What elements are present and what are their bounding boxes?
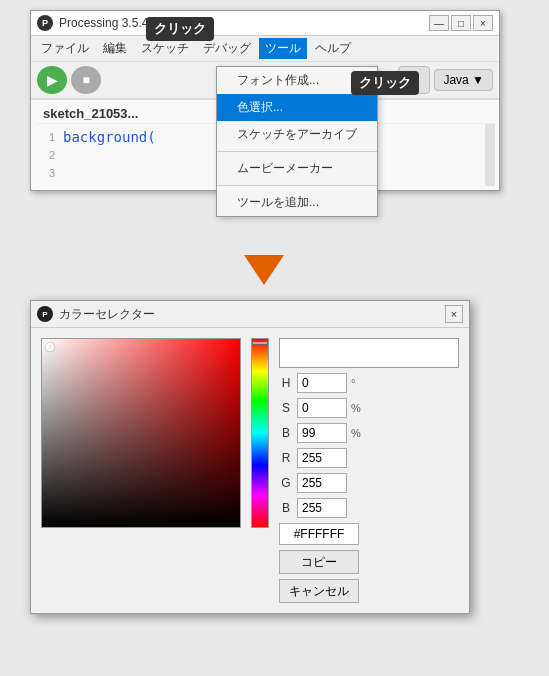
hex-input[interactable] xyxy=(279,523,359,545)
unit-H: ° xyxy=(351,377,355,389)
click-annotation-right: クリック xyxy=(351,71,419,95)
arrow-down-shape xyxy=(244,255,284,285)
dialog-close-button[interactable]: × xyxy=(445,305,463,323)
stop-icon: ■ xyxy=(82,73,89,87)
input-H[interactable] xyxy=(297,373,347,393)
right-panel: H ° S % B % R G xyxy=(279,338,459,603)
minimize-button[interactable]: — xyxy=(429,15,449,31)
color-gradient[interactable] xyxy=(41,338,241,528)
input-B[interactable] xyxy=(297,423,347,443)
field-row-B2: B xyxy=(279,498,459,518)
field-row-cancel: キャンセル xyxy=(279,579,459,603)
menu-file[interactable]: ファイル xyxy=(35,38,95,59)
input-B2[interactable] xyxy=(297,498,347,518)
menu-bar: ファイル 編集 スケッチ デバッグ ツール ヘルプ xyxy=(31,36,499,62)
menu-help[interactable]: ヘルプ xyxy=(309,38,357,59)
menu-archive-sketch[interactable]: スケッチをアーカイブ xyxy=(217,121,377,148)
label-H: H xyxy=(279,376,293,390)
color-gradient-area[interactable] xyxy=(41,338,241,528)
unit-S: % xyxy=(351,402,361,414)
code-text-1: background( xyxy=(63,129,156,145)
label-S: S xyxy=(279,401,293,415)
window-title: Processing 3.5.4 xyxy=(59,16,423,30)
separator-2 xyxy=(217,185,377,186)
stop-button[interactable]: ■ xyxy=(71,66,101,94)
field-row-copy: コピー xyxy=(279,550,459,574)
play-button[interactable]: ▶ xyxy=(37,66,67,94)
scrollbar-right[interactable] xyxy=(485,124,495,186)
field-row-S: S % xyxy=(279,398,459,418)
menu-add-tools[interactable]: ツールを追加... xyxy=(217,189,377,216)
arrow-down-indicator xyxy=(244,255,284,285)
cancel-button[interactable]: キャンセル xyxy=(279,579,359,603)
color-preview-box xyxy=(279,338,459,368)
field-row-R: R xyxy=(279,448,459,468)
close-window-button[interactable]: × xyxy=(473,15,493,31)
separator-1 xyxy=(217,151,377,152)
copy-button[interactable]: コピー xyxy=(279,550,359,574)
input-R[interactable] xyxy=(297,448,347,468)
input-G[interactable] xyxy=(297,473,347,493)
hue-slider[interactable] xyxy=(251,338,269,528)
line-num-1: 1 xyxy=(39,131,55,143)
play-icon: ▶ xyxy=(47,72,58,88)
menu-tools[interactable]: ツール xyxy=(259,38,307,59)
field-row-H: H ° xyxy=(279,373,459,393)
menu-movie-maker[interactable]: ムービーメーカー xyxy=(217,155,377,182)
processing-window: P クリック Processing 3.5.4 — □ × ファイル 編集 スケ… xyxy=(30,10,500,191)
menu-debug[interactable]: デバッグ xyxy=(197,38,257,59)
maximize-button[interactable]: □ xyxy=(451,15,471,31)
title-bar: P クリック Processing 3.5.4 — □ × xyxy=(31,11,499,36)
label-B2: B xyxy=(279,501,293,515)
app-icon: P xyxy=(37,15,53,31)
java-label: Java ▼ xyxy=(443,73,484,87)
dialog-title: カラーセレクター xyxy=(59,306,439,323)
label-B: B xyxy=(279,426,293,440)
menu-color-select[interactable]: 色選択... xyxy=(217,94,377,121)
unit-B: % xyxy=(351,427,361,439)
dialog-title-bar: P カラーセレクター × xyxy=(31,301,469,328)
java-dropdown[interactable]: Java ▼ xyxy=(434,69,493,91)
field-row-G: G xyxy=(279,473,459,493)
color-selector-dialog: P カラーセレクター × H ° xyxy=(30,300,470,614)
picker-cursor xyxy=(46,343,54,351)
click-annotation-top: クリック xyxy=(146,17,214,41)
dialog-app-icon: P xyxy=(37,306,53,322)
input-S[interactable] xyxy=(297,398,347,418)
field-row-B: B % xyxy=(279,423,459,443)
hue-slider-container[interactable] xyxy=(251,338,269,528)
window-controls: — □ × xyxy=(429,15,493,31)
line-num-3: 3 xyxy=(39,167,55,179)
menu-edit[interactable]: 編集 xyxy=(97,38,133,59)
label-R: R xyxy=(279,451,293,465)
hue-indicator xyxy=(252,341,268,345)
field-row-hex xyxy=(279,523,459,545)
line-num-2: 2 xyxy=(39,149,55,161)
label-G: G xyxy=(279,476,293,490)
dialog-body: H ° S % B % R G xyxy=(31,328,469,613)
menu-sketch[interactable]: スケッチ xyxy=(135,38,195,59)
